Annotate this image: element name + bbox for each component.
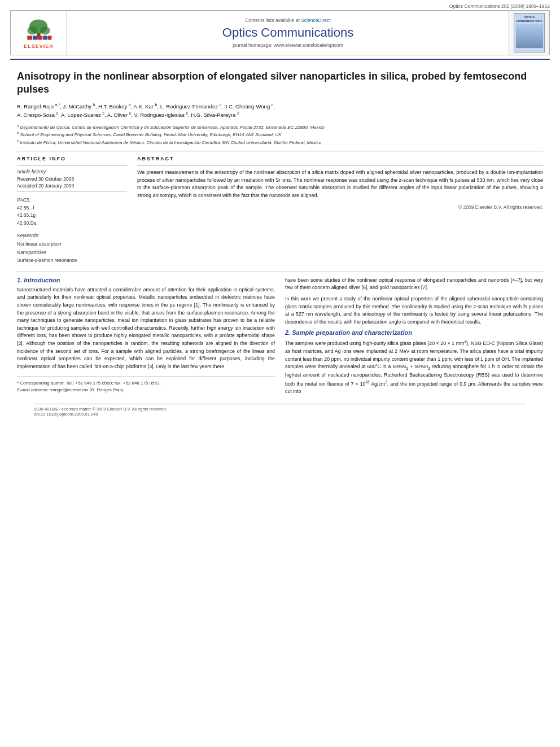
keyword-2: Nanoparticles [17,248,127,256]
intro-title: 1. Introduction [17,277,275,283]
sciencedirect-link: Contents lists available at ScienceDirec… [245,18,330,23]
left-column: ARTICLE INFO Article history: Received 3… [17,156,127,265]
history-label: Article history: [17,169,127,174]
svg-rect-7 [37,36,42,40]
intro-para-2: In this work we present a study of the n… [285,295,543,326]
abstract-heading: ABSTRACT [137,156,543,161]
section-divider [17,272,543,272]
journal-homepage: journal homepage: www.elsevier.com/locat… [233,42,343,48]
svg-point-2 [27,27,37,34]
paper-title: Anisotropy in the nonlinear absorption o… [17,70,543,97]
article-info-heading: ARTICLE INFO [17,156,127,161]
sample-column: have been some studies of the nonlinear … [285,277,543,399]
footnote-email: E-mail address: rrangel@cicese.mx (R. Ra… [17,387,275,394]
journal-header: ELSEVIER Contents lists available at Sci… [10,10,550,55]
accepted-date: Accepted 20 January 2009 [17,183,127,189]
sciencedirect-link-text[interactable]: ScienceDirect [301,18,330,23]
affil-rule [17,151,543,151]
copyright-line: © 2009 Elsevier B.V. All rights reserved… [137,204,543,210]
journal-title: Optics Communications [222,25,353,40]
received-date: Received 30 October 2008 [17,176,127,182]
elsevier-logo: ELSEVIER [23,16,54,49]
bottom-bar: 0030-4018/$ - see front matter © 2009 El… [34,404,526,417]
pacs-rule [17,191,127,191]
keywords-label: Keywords: [17,233,127,238]
intro-para-1: Nanostructured materials have attracted … [17,286,275,371]
pacs-label: PACS: [17,197,127,203]
svg-rect-8 [43,36,47,40]
intro-column: 1. Introduction Nanostructured materials… [17,277,275,399]
journal-cover-area: OPTICS COMMUNICATIONS [509,11,549,55]
abstract-text: We present measurements of the anisotrop… [137,169,543,200]
article-info-rule [17,165,127,165]
keyword-3: Surface-plasmon resonance [17,256,127,264]
affil-b: School of Engineering and Physical Scien… [20,132,282,137]
svg-point-3 [40,27,50,34]
elsevier-brand-text: ELSEVIER [24,43,54,49]
journal-cover: OPTICS COMMUNICATIONS [514,13,545,53]
cover-title: OPTICS COMMUNICATIONS [516,15,542,23]
article-info-abstract: ARTICLE INFO Article history: Received 3… [17,156,543,265]
pacs-item-3: 42.60.Da [17,220,127,228]
svg-rect-5 [27,36,32,40]
page-wrapper: Optics Communications 282 (2009) 1909–19… [0,0,560,747]
pacs-item-2: 42.65.1g [17,212,127,220]
sample-para-1: The samples were produced using high-pur… [285,339,543,396]
right-column: ABSTRACT We present measurements of the … [137,156,543,265]
pacs-item-1: 42.55.−f [17,204,127,212]
bottom-issn: 0030-4018/$ - see front matter © 2009 El… [34,407,526,412]
affiliations: a Departamento de Optica, Centro de Inve… [17,123,543,146]
affil-c: Instituto de Física, Universidad Naciona… [20,140,321,145]
cover-image [516,24,543,48]
abstract-rule [137,165,543,165]
intro-continuation: have been some studies of the nonlinear … [285,277,543,292]
pacs-section: PACS: 42.55.−f 42.65.1g 42.60.Da [17,197,127,228]
elsevier-logo-area: ELSEVIER [11,11,67,55]
journal-ref: Optics Communications 282 (2009) 1909–19… [0,0,560,10]
svg-rect-6 [33,36,37,40]
homepage-text: journal homepage: www.elsevier.com/locat… [233,42,343,48]
keyword-1: Nonlinear absorption [17,240,127,248]
authors: R. Rangel-Rojo a,*, J. McCarthy b, H.T. … [17,102,543,120]
cover-title-line2: COMMUNICATIONS [516,19,542,23]
footnote-corresponding: * Corresponding author. Tel.: +52 646 17… [17,380,275,387]
keywords-section: Keywords: Nonlinear absorption Nanoparti… [17,233,127,264]
sciencedirect-label: Contents lists available at [245,18,299,23]
body-columns: 1. Introduction Nanostructured materials… [17,277,543,399]
elsevier-tree-icon [23,16,54,42]
sample-title: 2. Sample preparation and characterizati… [285,329,543,336]
journal-ref-text: Optics Communications 282 (2009) 1909–19… [449,3,550,9]
journal-center: Contents lists available at ScienceDirec… [67,11,509,55]
footnotes-area: * Corresponding author. Tel.: +52 646 17… [17,377,275,394]
affil-a: Departamento de Optica, Centro de Invest… [20,124,325,129]
svg-rect-9 [47,36,51,40]
main-content: Anisotropy in the nonlinear absorption o… [0,60,560,422]
bottom-doi: doi:10.1016/j.optcom.2009.01.048 [34,412,526,417]
